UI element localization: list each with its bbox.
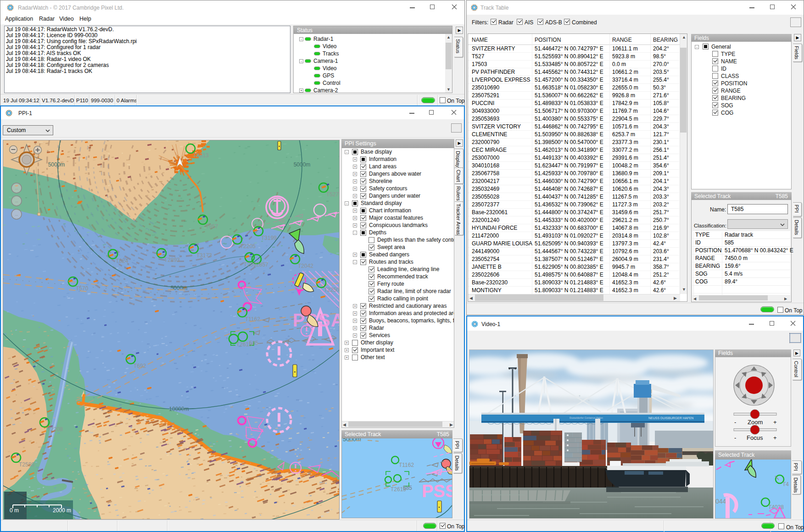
svg-text:5000m: 5000m [294,161,311,168]
svg-text:T3173: T3173 [196,252,212,259]
svg-text:T527: T527 [326,191,339,198]
svg-text:T692: T692 [134,363,146,369]
svg-text:T4: T4 [782,481,789,488]
svg-text:PSSA: PSSA [422,482,452,501]
svg-text:-: - [734,434,736,441]
svg-text:-: - [734,419,736,426]
svg-text:10000m: 10000m [169,406,189,412]
svg-text:T3199: T3199 [261,235,277,241]
svg-text:...: ... [15,199,18,203]
svg-text:0 m: 0 m [10,507,19,514]
svg-text:T957: T957 [206,223,218,230]
svg-text:T2208: T2208 [47,426,63,432]
svg-text:T2250: T2250 [324,287,340,293]
svg-text:...: ... [15,186,18,190]
svg-text:T2042: T2042 [298,263,313,269]
svg-text:585: 585 [249,340,258,346]
svg-text:+: + [773,434,777,441]
svg-text:Focus: Focus [747,434,763,441]
svg-text:2000 m: 2000 m [53,507,71,514]
svg-text:NEUSS DUISBURGER HAFEN: NEUSS DUISBURGER HAFEN [648,416,693,420]
svg-text:5000m: 5000m [48,161,65,168]
svg-text:T2205: T2205 [240,243,256,249]
svg-text:T2813: T2813 [193,152,209,159]
svg-text:T2892857: T2892857 [244,261,268,268]
svg-text:PSSA: PSSA [293,310,340,330]
svg-text:Zoom: Zoom [748,419,763,426]
svg-text:T824: T824 [116,258,128,264]
svg-text:T2893: T2893 [164,257,180,263]
svg-text:044: 044 [715,498,726,505]
svg-text:+: + [773,419,777,426]
svg-text:...: ... [15,212,18,216]
svg-text:T2580: T2580 [19,461,34,468]
svg-text:T570: T570 [76,285,89,292]
svg-text:T1162: T1162 [245,316,260,322]
svg-text:585: 585 [403,485,412,491]
svg-text:T1162: T1162 [399,462,414,468]
